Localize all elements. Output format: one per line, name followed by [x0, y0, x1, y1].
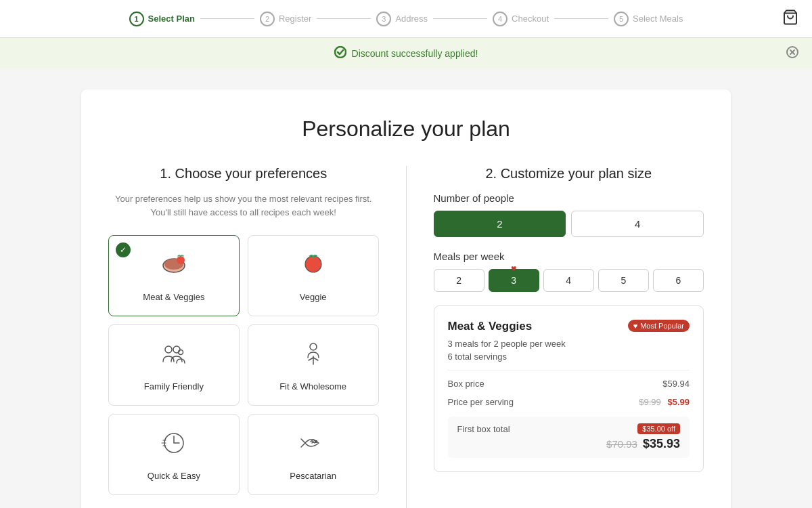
banner-check-icon [334, 46, 346, 61]
step-circle-3: 3 [376, 12, 391, 26]
meals-label: Meals per week [434, 251, 704, 262]
pref-label-pescatarian: Pescatarian [290, 471, 336, 481]
pref-card-fit-wholesome[interactable]: Fit & Wholesome [248, 324, 379, 406]
pescatarian-icon [298, 428, 328, 464]
step-label-1: Select Plan [148, 14, 195, 24]
people-label: Number of people [434, 192, 704, 204]
selected-check-icon: ✓ [116, 242, 131, 257]
step-line-3 [433, 18, 487, 19]
price-per-serving-label: Price per serving [448, 397, 514, 407]
first-box-header: First box total $35.00 off [457, 423, 681, 434]
first-box-final-price: $35.93 [643, 437, 680, 451]
nav-steps: 1 Select Plan 2 Register 3 Address 4 Che… [129, 12, 683, 26]
svg-point-11 [173, 346, 180, 353]
svg-point-18 [315, 441, 317, 443]
pref-card-meat-veggies[interactable]: ✓ Meat & Veggies [108, 235, 240, 316]
veggie-icon [298, 249, 328, 285]
customize-title: 2. Customize your plan size [434, 166, 704, 182]
first-box-prices: $70.93 $35.93 [457, 437, 681, 451]
two-column-layout: 1. Choose your preferences Your preferen… [108, 166, 704, 508]
pref-label-quick-easy: Quick & Easy [148, 471, 200, 481]
meals-row: Meals per week 2 ♥ 3 4 5 6 [434, 251, 704, 292]
price-per-serving-values: $9.99 $5.99 [639, 397, 690, 407]
svg-line-15 [309, 358, 313, 360]
pref-label-fit-wholesome: Fit & Wholesome [279, 381, 346, 391]
first-box-label: First box total [457, 424, 510, 434]
banner-close-icon[interactable] [786, 46, 798, 62]
meals-option-3[interactable]: ♥ 3 [489, 269, 539, 292]
svg-point-10 [165, 346, 172, 353]
step-circle-2: 2 [260, 12, 275, 26]
preferences-desc: Your preferences help us show you the mo… [108, 192, 379, 219]
preferences-grid: ✓ Meat & Veggies [108, 235, 379, 495]
svg-line-16 [313, 358, 318, 360]
price-per-serving-orig: $9.99 [639, 397, 661, 407]
step-circle-1: 1 [129, 12, 144, 26]
cart-icon[interactable] [782, 9, 798, 28]
step-circle-5: 5 [614, 12, 629, 26]
fit-wholesome-icon [298, 339, 328, 375]
banner-message: Discount successfully applied! [352, 48, 478, 59]
left-column: 1. Choose your preferences Your preferen… [108, 166, 407, 508]
svg-point-7 [177, 256, 185, 264]
servings-desc: 6 total servings [448, 352, 690, 362]
step-line-2 [317, 18, 371, 19]
step-label-2: Register [279, 14, 311, 24]
nav-step-3[interactable]: 3 Address [376, 12, 428, 26]
popular-heart-icon: ♥ [511, 263, 516, 274]
people-options: 2 4 [434, 211, 704, 237]
step-label-5: Select Meals [633, 14, 683, 24]
heart-icon: ♥ [633, 322, 638, 330]
pref-card-veggie[interactable]: Veggie [248, 235, 379, 316]
step-line-1 [200, 18, 254, 19]
people-option-4[interactable]: 4 [571, 211, 704, 237]
box-price-label: Box price [448, 379, 484, 389]
box-price-row: Box price $59.94 [448, 370, 690, 393]
pref-label-meat-veggies: Meat & Veggies [143, 292, 204, 302]
main-content: Personalize your plan 1. Choose your pre… [81, 89, 731, 508]
meat-veggies-icon [159, 249, 189, 285]
nav-step-4[interactable]: 4 Checkout [493, 12, 549, 26]
right-column: 2. Customize your plan size Number of pe… [407, 166, 704, 508]
first-box-orig-price: $70.93 [606, 438, 637, 450]
family-friendly-icon [159, 339, 189, 375]
first-box-row: First box total $35.00 off $70.93 $35.93 [448, 417, 690, 458]
step-line-4 [554, 18, 608, 19]
meals-option-4[interactable]: 4 [543, 269, 594, 292]
discount-badge: $35.00 off [637, 423, 680, 434]
step-label-3: Address [395, 14, 428, 24]
meals-option-2[interactable]: 2 [434, 269, 484, 292]
meals-desc: 3 meals for 2 people per week [448, 339, 690, 349]
meals-options: 2 ♥ 3 4 5 6 [434, 269, 704, 292]
summary-box: Meat & Veggies ♥ Most Popular 3 meals fo… [434, 305, 704, 472]
pref-label-veggie: Veggie [300, 292, 327, 302]
pref-card-family-friendly[interactable]: Family Friendly [108, 324, 240, 406]
nav-step-2[interactable]: 2 Register [260, 12, 311, 26]
box-price-value: $59.94 [662, 379, 690, 389]
discount-banner: Discount successfully applied! [0, 38, 812, 69]
preferences-title: 1. Choose your preferences [108, 166, 379, 182]
pref-card-quick-easy[interactable]: Quick & Easy [108, 414, 240, 495]
summary-plan-name: Meat & Veggies [448, 320, 533, 333]
quick-easy-icon [159, 428, 189, 464]
svg-point-13 [310, 343, 317, 350]
pref-card-pescatarian[interactable]: Pescatarian [248, 414, 379, 495]
price-per-serving-new: $5.99 [667, 397, 690, 407]
meals-option-5[interactable]: 5 [598, 269, 649, 292]
people-row: Number of people 2 4 [434, 192, 704, 237]
nav-header: 1 Select Plan 2 Register 3 Address 4 Che… [0, 0, 812, 38]
price-per-serving-row: Price per serving $9.99 $5.99 [448, 393, 690, 411]
summary-header: Meat & Veggies ♥ Most Popular [448, 320, 690, 333]
people-option-2[interactable]: 2 [434, 211, 566, 237]
nav-step-1[interactable]: 1 Select Plan [129, 12, 195, 26]
nav-step-5[interactable]: 5 Select Meals [614, 12, 683, 26]
pref-label-family-friendly: Family Friendly [144, 381, 204, 391]
page-title: Personalize your plan [108, 117, 704, 142]
most-popular-badge: ♥ Most Popular [628, 320, 690, 332]
step-circle-4: 4 [493, 12, 508, 26]
step-label-4: Checkout [512, 14, 549, 24]
meals-option-6[interactable]: 6 [653, 269, 704, 292]
